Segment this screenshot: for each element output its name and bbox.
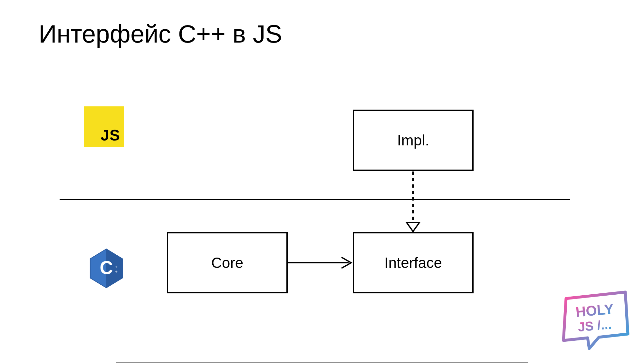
svg-marker-4: [407, 222, 419, 231]
node-interface: Interface: [353, 232, 474, 293]
node-impl-label: Impl.: [397, 132, 429, 149]
holyjs-line1: HOLY: [575, 301, 614, 320]
holyjs-logo-icon: HOLY JS /...: [557, 289, 631, 353]
cpp-plus-bottom: +: [115, 269, 118, 274]
js-logo-label: JS: [101, 126, 120, 144]
diagram-arrows: [0, 0, 644, 363]
js-logo-icon: JS: [84, 106, 124, 147]
cpp-letter: C: [100, 258, 113, 278]
holyjs-line2: JS /...: [577, 317, 612, 334]
cpp-logo-icon: C + +: [89, 248, 124, 289]
node-impl: Impl.: [353, 110, 474, 171]
layer-divider: [60, 199, 570, 200]
node-interface-label: Interface: [384, 254, 442, 271]
node-core: Core: [167, 232, 288, 293]
node-core-label: Core: [211, 254, 244, 271]
slide-title: Интерфейс C++ в JS: [39, 19, 282, 49]
